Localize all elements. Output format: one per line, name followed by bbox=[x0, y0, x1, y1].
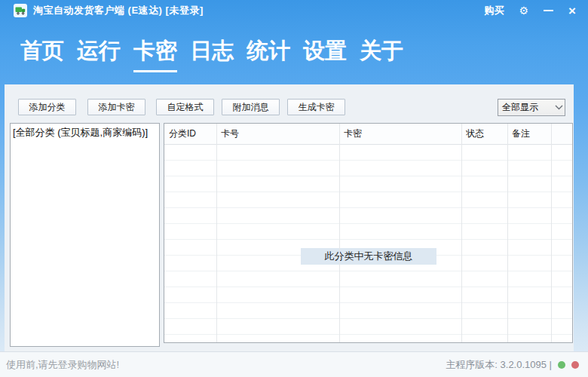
content-panel: 添加分类 添加卡密 自定格式 附加消息 生成卡密 全部显示 [全部分类 (宝贝标… bbox=[5, 84, 574, 351]
column-header-card-code[interactable]: 卡密 bbox=[339, 124, 461, 144]
display-filter-value: 全部显示 bbox=[498, 101, 553, 114]
buy-button[interactable]: 购买 bbox=[485, 4, 504, 17]
category-listbox[interactable]: [全部分类 (宝贝标题,商家编码)] bbox=[10, 123, 160, 347]
status-message: 使用前,请先登录购物网站! bbox=[6, 352, 119, 377]
version-area: 主程序版本: 3.2.0.1095 | bbox=[446, 352, 579, 377]
add-cardcode-button[interactable]: 添加卡密 bbox=[87, 99, 145, 115]
nav-item-settings[interactable]: 设置 bbox=[303, 36, 347, 72]
extra-message-button[interactable]: 附加消息 bbox=[222, 99, 280, 115]
generate-cardcode-button[interactable]: 生成卡密 bbox=[287, 99, 345, 115]
column-header-spacer bbox=[551, 124, 572, 144]
category-list-item[interactable]: [全部分类 (宝贝标题,商家编码)] bbox=[11, 124, 159, 142]
status-bar: 使用前,请先登录购物网站! 主程序版本: 3.2.0.1095 | bbox=[0, 351, 588, 377]
nav-item-about[interactable]: 关于 bbox=[360, 36, 403, 72]
window-title: 淘宝自动发货客户端 (E速达) [未登录] bbox=[33, 0, 204, 21]
delivery-truck-icon bbox=[14, 4, 27, 17]
app-window: { "window": { "title": "淘宝自动发货客户端 (E速达) … bbox=[0, 0, 588, 377]
chevron-down-icon bbox=[553, 100, 565, 115]
column-divider bbox=[461, 124, 462, 342]
empty-table-message: 此分类中无卡密信息 bbox=[301, 248, 436, 265]
cardcode-table[interactable]: 分类ID 卡号 卡密 状态 备注 此分类中无卡密信息 bbox=[164, 123, 573, 343]
column-header-category-id[interactable]: 分类ID bbox=[164, 124, 216, 144]
version-label: 主程序版本: 3.2.0.1095 | bbox=[446, 358, 552, 372]
table-header-row: 分类ID 卡号 卡密 状态 备注 bbox=[164, 124, 572, 145]
nav-item-home[interactable]: 首页 bbox=[20, 36, 64, 72]
status-green-dot-icon bbox=[558, 361, 565, 369]
add-category-button[interactable]: 添加分类 bbox=[18, 99, 76, 115]
column-divider bbox=[551, 124, 552, 342]
main-nav: 首页 运行 卡密 日志 统计 设置 关于 bbox=[20, 36, 403, 72]
column-header-card-number[interactable]: 卡号 bbox=[216, 124, 339, 144]
nav-item-cardcodes[interactable]: 卡密 bbox=[133, 36, 177, 72]
status-red-dot-icon bbox=[571, 361, 579, 369]
column-divider bbox=[216, 124, 217, 342]
title-controls: 购买 ⚙ × bbox=[485, 0, 577, 21]
nav-item-stats[interactable]: 统计 bbox=[247, 36, 290, 72]
nav-item-logs[interactable]: 日志 bbox=[190, 36, 234, 72]
column-header-remark[interactable]: 备注 bbox=[507, 124, 551, 144]
column-divider bbox=[339, 124, 340, 342]
nav-item-run[interactable]: 运行 bbox=[77, 36, 121, 72]
close-icon[interactable]: × bbox=[568, 5, 576, 17]
column-header-status[interactable]: 状态 bbox=[461, 124, 507, 144]
minimize-icon[interactable] bbox=[544, 10, 553, 11]
display-filter-dropdown[interactable]: 全部显示 bbox=[498, 99, 565, 116]
custom-format-button[interactable]: 自定格式 bbox=[156, 99, 214, 115]
table-body: 此分类中无卡密信息 bbox=[164, 145, 572, 343]
title-bar: 淘宝自动发货客户端 (E速达) [未登录] 购买 ⚙ × bbox=[0, 0, 588, 21]
column-divider bbox=[507, 124, 508, 342]
gear-icon[interactable]: ⚙ bbox=[519, 5, 529, 16]
